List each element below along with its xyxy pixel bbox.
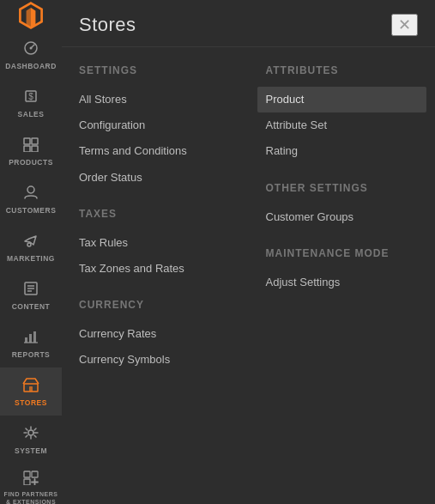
svg-rect-24 <box>24 471 30 477</box>
close-button[interactable]: ✕ <box>391 14 418 36</box>
terms-conditions-link[interactable]: Terms and Conditions <box>79 138 232 164</box>
other-settings-section-title: Other Settings <box>266 182 419 194</box>
left-column: Settings All Stores Configuration Terms … <box>62 61 249 391</box>
svg-rect-26 <box>24 479 30 485</box>
sidebar-item-dashboard[interactable]: DASHBOARD <box>0 31 62 79</box>
sidebar-item-label: REPORTS <box>12 350 51 359</box>
sidebar-item-label: MARKETING <box>7 254 55 263</box>
right-column: Attributes Product Attribute Set Rating … <box>249 61 436 391</box>
currency-section: Currency Currency Rates Currency Symbols <box>79 299 232 373</box>
sidebar-item-content[interactable]: CONTENT <box>0 271 62 319</box>
sidebar-item-label: SYSTEM <box>15 446 47 455</box>
svg-point-23 <box>28 430 33 435</box>
sidebar-item-customers[interactable]: CUSTOMERS <box>0 175 62 223</box>
svg-rect-19 <box>33 331 36 343</box>
attribute-set-link[interactable]: Attribute Set <box>266 112 419 138</box>
sidebar-item-label: DASHBOARD <box>5 62 57 70</box>
taxes-section: Taxes Tax Rules Tax Zones and Rates <box>79 208 232 282</box>
content-icon <box>22 281 39 299</box>
svg-rect-18 <box>29 334 32 343</box>
marketing-icon <box>22 233 39 251</box>
sidebar-item-marketing[interactable]: MARKETING <box>0 223 62 271</box>
sidebar-item-reports[interactable]: REPORTS <box>0 319 62 367</box>
customers-icon <box>22 185 39 203</box>
maintenance-section-title: Maintenance Mode <box>266 247 419 259</box>
other-settings-section: Other Settings Customer Groups <box>266 182 419 230</box>
svg-marker-2 <box>31 8 35 27</box>
sidebar-item-label: CONTENT <box>12 302 51 311</box>
tax-rules-link[interactable]: Tax Rules <box>79 230 232 256</box>
sidebar-item-label: PRODUCTS <box>9 158 53 167</box>
panel-title: Stores <box>79 14 136 36</box>
svg-rect-9 <box>24 146 30 152</box>
all-stores-link[interactable]: All Stores <box>79 87 232 112</box>
sidebar-item-stores[interactable]: STORES <box>0 367 62 416</box>
maintenance-section: Maintenance Mode Adjust Settings <box>266 247 419 295</box>
sidebar-item-label: SALES <box>18 110 45 118</box>
tax-zones-rates-link[interactable]: Tax Zones and Rates <box>79 256 232 282</box>
adjust-settings-link[interactable]: Adjust Settings <box>266 270 419 295</box>
svg-rect-17 <box>25 337 27 343</box>
rating-link[interactable]: Rating <box>266 138 419 164</box>
panel-content: Settings All Stores Configuration Terms … <box>62 47 435 391</box>
order-status-link[interactable]: Order Status <box>79 165 232 191</box>
sidebar-item-label: FIND PARTNERS & EXTENSIONS <box>3 491 58 504</box>
system-icon <box>22 425 39 443</box>
svg-rect-8 <box>32 138 38 144</box>
sales-icon: $ <box>23 88 39 106</box>
svg-text:$: $ <box>28 92 33 101</box>
stores-icon <box>22 377 39 395</box>
attributes-section-title: Attributes <box>266 64 419 76</box>
settings-section: Settings All Stores Configuration Terms … <box>79 64 232 191</box>
stores-panel: Stores ✕ Settings All Stores Configurati… <box>62 0 435 504</box>
currency-rates-link[interactable]: Currency Rates <box>79 321 232 347</box>
svg-point-4 <box>30 46 33 49</box>
svg-rect-10 <box>32 146 38 152</box>
sidebar-item-findpartners[interactable]: FIND PARTNERS & EXTENSIONS <box>0 464 62 504</box>
magento-logo-icon <box>15 0 46 31</box>
attributes-section: Attributes Product Attribute Set Rating <box>266 64 419 165</box>
sidebar-item-products[interactable]: PRODUCTS <box>0 127 62 175</box>
sidebar-item-system[interactable]: SYSTEM <box>0 416 62 464</box>
reports-icon <box>22 329 39 347</box>
extensions-icon <box>22 470 39 488</box>
sidebar-item-label: CUSTOMERS <box>6 206 57 215</box>
svg-point-11 <box>27 186 34 193</box>
currency-symbols-link[interactable]: Currency Symbols <box>79 347 232 373</box>
svg-rect-25 <box>32 471 38 477</box>
sidebar-item-sales[interactable]: $ SALES <box>0 79 62 127</box>
svg-marker-1 <box>27 8 31 27</box>
panel-header: Stores ✕ <box>62 0 435 47</box>
configuration-link[interactable]: Configuration <box>79 112 232 138</box>
product-link[interactable]: Product <box>257 87 427 112</box>
products-icon <box>22 137 39 155</box>
svg-rect-7 <box>24 138 30 144</box>
currency-section-title: Currency <box>79 299 232 311</box>
sidebar: DASHBOARD $ SALES PRODUCTS CUSTOMERS MAR… <box>0 0 62 504</box>
customer-groups-link[interactable]: Customer Groups <box>266 204 419 230</box>
svg-rect-22 <box>29 386 33 392</box>
dashboard-icon <box>22 40 39 58</box>
svg-point-12 <box>27 243 31 246</box>
sidebar-logo <box>0 0 62 31</box>
settings-section-title: Settings <box>79 64 232 76</box>
sidebar-item-label: STORES <box>15 398 47 407</box>
taxes-section-title: Taxes <box>79 208 232 220</box>
